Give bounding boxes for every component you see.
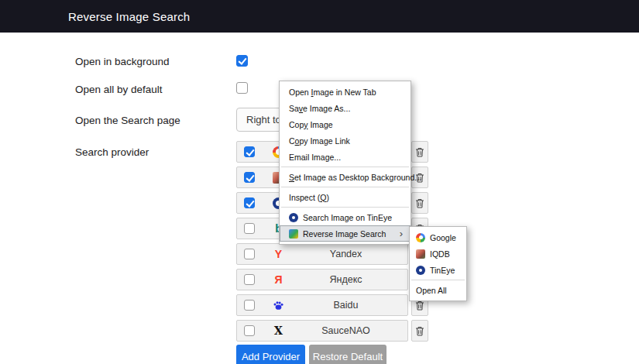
open-all-by-default-label: Open all by default xyxy=(75,84,163,95)
delete-provider-button[interactable] xyxy=(411,192,428,214)
menu-item-inspect[interactable]: Inspect (Q) xyxy=(280,189,411,205)
open-search-page-value: Right to xyxy=(246,114,281,125)
open-in-background-label: Open in background xyxy=(75,56,170,67)
provider-name: SauceNAO xyxy=(284,325,407,336)
menu-item-save-image-as[interactable]: Save Image As... xyxy=(280,100,411,116)
add-provider-button[interactable]: Add Provider xyxy=(236,345,305,364)
provider-name: Yandex xyxy=(284,249,407,259)
provider-checkbox[interactable] xyxy=(244,197,255,208)
menu-item-set-desktop-background[interactable]: Set Image as Desktop Background... xyxy=(280,169,411,185)
trash-icon xyxy=(415,147,424,157)
saucenao-icon: X xyxy=(273,325,284,337)
menu-item-email-image[interactable]: Email Image... xyxy=(280,149,411,165)
provider-name: Яндекс xyxy=(284,274,407,285)
search-provider-label: Search provider xyxy=(75,146,149,158)
provider-row: X SauceNAO xyxy=(236,320,408,342)
menu-separator xyxy=(281,187,409,187)
menu-item-search-image-tineye[interactable]: Search Image on TinEye xyxy=(280,209,411,225)
submenu-item-google[interactable]: Google xyxy=(410,229,466,246)
iqdb-icon xyxy=(416,249,425,259)
provider-name: Baidu xyxy=(284,300,407,311)
context-menu: Open Image in New Tab Save Image As... C… xyxy=(279,81,411,245)
trash-icon xyxy=(415,326,424,336)
tineye-icon xyxy=(416,266,425,275)
submenu-item-open-all[interactable]: Open All xyxy=(410,282,466,298)
tineye-icon xyxy=(289,213,298,222)
trash-icon xyxy=(415,300,424,311)
delete-provider-button[interactable] xyxy=(411,320,428,342)
provider-checkbox[interactable] xyxy=(244,300,255,311)
provider-checkbox[interactable] xyxy=(244,249,255,259)
header: Reverse Image Search xyxy=(0,0,639,33)
submenu-item-iqdb[interactable]: IQDB xyxy=(410,246,466,262)
provider-checkbox[interactable] xyxy=(244,274,255,285)
open-in-background-checkbox[interactable] xyxy=(236,55,248,67)
menu-item-open-image-new-tab[interactable]: Open Image in New Tab xyxy=(280,84,411,100)
provider-row: Я Яндекс xyxy=(236,269,408,290)
menu-item-reverse-image-search[interactable]: Reverse Image Search › xyxy=(280,225,411,242)
page-title: Reverse Image Search xyxy=(68,10,190,23)
extension-settings-window: Reverse Image Search Open in background … xyxy=(0,0,639,364)
provider-checkbox[interactable] xyxy=(244,325,255,336)
yandex-ru-icon: Я xyxy=(273,274,284,286)
provider-row: Baidu xyxy=(236,294,408,316)
trash-icon xyxy=(415,198,424,208)
submenu-item-tineye[interactable]: TinEye xyxy=(410,262,466,278)
yandex-icon: Y xyxy=(273,249,284,260)
submenu-arrow-icon: › xyxy=(400,228,403,239)
menu-item-copy-image[interactable]: Copy Image xyxy=(280,116,411,132)
open-all-by-default-checkbox[interactable] xyxy=(236,82,248,94)
menu-separator xyxy=(281,207,409,208)
context-submenu: Google IQDB TinEye Open All xyxy=(409,226,467,301)
restore-default-button[interactable]: Restore Default xyxy=(309,345,386,364)
baidu-paw-icon xyxy=(273,300,284,311)
menu-item-copy-image-link[interactable]: Copy Image Link xyxy=(280,132,411,149)
provider-checkbox[interactable] xyxy=(244,172,255,183)
menu-separator xyxy=(411,280,465,280)
open-search-page-label: Open the Search page xyxy=(75,115,180,126)
reverse-image-search-icon xyxy=(289,229,298,239)
delete-provider-button[interactable] xyxy=(411,141,428,163)
provider-checkbox[interactable] xyxy=(244,146,255,157)
google-icon xyxy=(416,233,425,242)
provider-checkbox[interactable] xyxy=(244,223,255,234)
provider-row: Y Yandex xyxy=(236,243,408,265)
menu-separator xyxy=(281,167,409,167)
